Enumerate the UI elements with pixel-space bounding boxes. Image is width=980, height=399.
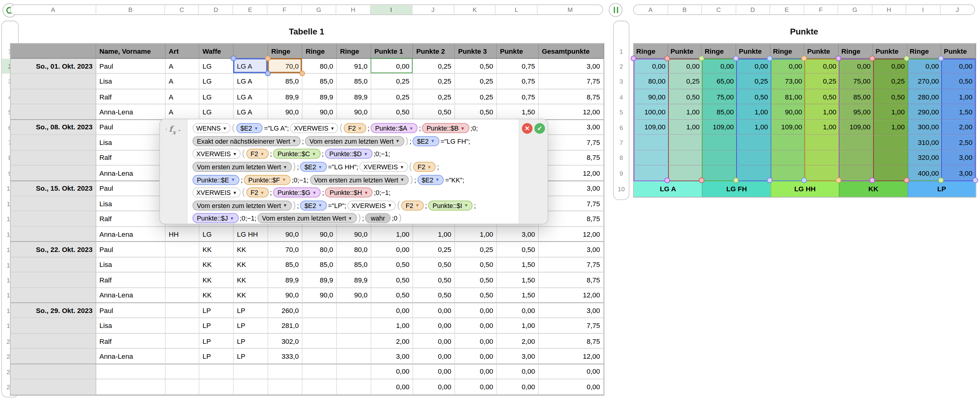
t1-cell-M21[interactable]: 12,00 (539, 349, 604, 364)
t1-cell-I14[interactable]: 0,00 (371, 242, 413, 257)
punkte-row-number-6[interactable]: 6 (614, 120, 629, 135)
reference-token[interactable]: F2▼ (401, 200, 424, 210)
punkte-cell-G6[interactable]: 109,00 (839, 120, 873, 135)
t1-cell-J21[interactable]: 0,00 (413, 349, 455, 364)
t1-cell-F17[interactable]: 90,0 (268, 288, 303, 303)
punkte-row-number-2[interactable]: 2 (614, 59, 629, 74)
t1-cell-C3[interactable]: A (165, 74, 200, 89)
t1-cell-F4[interactable]: 89,9 (268, 89, 303, 105)
t1-cell-E3[interactable]: LG A (234, 74, 268, 89)
t1-cell-K2[interactable]: 0,50 (455, 59, 497, 74)
t1-cell-A14[interactable]: So., 22. Okt. 2023 (11, 242, 96, 257)
column-letter-G[interactable]: G (302, 5, 336, 14)
t1-cell-L16[interactable]: 1,50 (497, 272, 539, 288)
punkte-column-letter-G[interactable]: G (838, 5, 872, 14)
t1-cell-F15[interactable]: 85,0 (268, 257, 303, 272)
t1-cell-F23[interactable] (268, 380, 303, 395)
t1-cell-I5[interactable]: 0,50 (371, 105, 413, 120)
punkte-cell-G3[interactable]: 75,00 (839, 74, 873, 89)
punkte-range-handle-bottom-C[interactable] (733, 178, 738, 183)
punkte-cell-E7[interactable] (770, 135, 805, 150)
t1-cell-C21[interactable] (165, 349, 200, 364)
t1-header-A[interactable] (11, 44, 96, 59)
t1-cell-E14[interactable]: KK (234, 242, 268, 257)
punkte-column-letter-I[interactable]: I (906, 5, 940, 14)
t1-cell-M11[interactable]: 7,75 (539, 196, 604, 211)
t1-header-I[interactable]: Punkte 1 (371, 44, 413, 59)
t1-cell-F18[interactable]: 260,0 (268, 303, 303, 318)
punkte-row-number-7[interactable]: 7 (614, 135, 629, 150)
punkte-cell-I4[interactable]: 280,00 (907, 89, 941, 105)
t1-cell-H5[interactable]: 90,0 (337, 105, 371, 120)
t1-cell-A15[interactable] (11, 257, 96, 272)
t1-cell-A3[interactable] (11, 74, 96, 89)
reference-token[interactable]: Punkte::$C▼ (273, 149, 320, 159)
column-letter-M[interactable]: M (538, 5, 603, 14)
t1-cell-G14[interactable]: 80,0 (302, 242, 337, 257)
t1-cell-M8[interactable]: 8,75 (539, 150, 604, 165)
t1-cell-G5[interactable]: 90,0 (302, 105, 337, 120)
t1-cell-D13[interactable]: LG (199, 227, 234, 242)
t1-cell-E4[interactable]: LG A (234, 89, 268, 105)
punkte-cell-B6[interactable]: 1,00 (668, 120, 702, 135)
t1-cell-G19[interactable] (302, 318, 337, 334)
t1-cell-I16[interactable]: 0,50 (371, 272, 413, 288)
t1-cell-F20[interactable]: 302,0 (268, 334, 303, 349)
t1-cell-C15[interactable] (165, 257, 200, 272)
t1-cell-L4[interactable]: 0,75 (497, 89, 539, 105)
t1-cell-M17[interactable]: 12,00 (539, 288, 604, 303)
t1-cell-B22[interactable] (96, 364, 165, 380)
t1-cell-I19[interactable]: 1,00 (371, 318, 413, 334)
t1-cell-M14[interactable]: 3,00 (539, 242, 604, 257)
t1-cell-I17[interactable]: 0,50 (371, 288, 413, 303)
t1-cell-A4[interactable] (11, 89, 96, 105)
punkte-cell-B7[interactable] (668, 135, 702, 150)
punkte-cell-I7[interactable]: 310,00 (907, 135, 941, 150)
punkte-cell-H9[interactable] (873, 165, 907, 181)
t1-cell-A6[interactable]: So., 08. Okt. 2023 (11, 120, 96, 135)
t1-cell-K3[interactable]: 0,25 (455, 74, 497, 89)
t1-cell-J5[interactable]: 0,50 (413, 105, 455, 120)
punkte-footer-LP[interactable]: LP (907, 181, 975, 197)
option-token[interactable]: Vom ersten zum letzten Wert▼ (310, 175, 409, 185)
t1-cell-A11[interactable] (11, 196, 96, 211)
t1-cell-A12[interactable] (11, 211, 96, 227)
t1-cell-B19[interactable]: Lisa (96, 318, 165, 334)
column-letter-C[interactable]: C (165, 5, 199, 14)
punkte-cell-G2[interactable]: 0,00 (839, 59, 873, 74)
function-token[interactable]: WENNS▼ (192, 123, 231, 133)
t1-cell-B12[interactable]: Ralf (96, 211, 165, 227)
t1-cell-H2[interactable]: 91,0 (337, 59, 371, 74)
t1-cell-D14[interactable]: KK (199, 242, 234, 257)
t1-cell-B23[interactable] (96, 380, 165, 395)
t1-cell-K21[interactable]: 0,00 (455, 349, 497, 364)
t1-cell-D20[interactable]: LP (199, 334, 234, 349)
t1-cell-B17[interactable]: Anna-Lena (96, 288, 165, 303)
t1-cell-L21[interactable]: 3,00 (497, 349, 539, 364)
t1-cell-A8[interactable] (11, 150, 96, 165)
punkte-cell-C7[interactable] (702, 135, 736, 150)
t1-cell-G22[interactable] (302, 364, 337, 380)
t1-cell-E2[interactable]: LG A (234, 59, 268, 74)
t1-cell-A21[interactable] (11, 349, 96, 364)
punkte-header-G[interactable]: Ringe (839, 44, 873, 59)
t1-header-J[interactable]: Punkte 2 (413, 44, 455, 59)
t1-cell-F3[interactable]: 85,0 (268, 74, 303, 89)
t1-cell-D21[interactable]: LP (199, 349, 234, 364)
t1-cell-I23[interactable]: 0,00 (371, 380, 413, 395)
t1-cell-F13[interactable]: 90,0 (268, 227, 303, 242)
t1-cell-A19[interactable] (11, 318, 96, 334)
t1-cell-F14[interactable]: 70,0 (268, 242, 303, 257)
t1-header-L[interactable]: Punkte (497, 44, 539, 59)
punkte-cell-B9[interactable] (668, 165, 702, 181)
column-letter-L[interactable]: L (496, 5, 538, 14)
t1-cell-L19[interactable]: 1,00 (497, 318, 539, 334)
t1-cell-H23[interactable] (337, 380, 371, 395)
t1-cell-E15[interactable]: KK (234, 257, 268, 272)
t1-cell-L17[interactable]: 1,50 (497, 288, 539, 303)
punkte-column-letter-D[interactable]: D (736, 5, 770, 14)
t1-cell-M22[interactable]: 0,00 (539, 364, 604, 380)
t1-cell-L20[interactable]: 2,00 (497, 334, 539, 349)
reference-token[interactable]: Punkte::$B▼ (422, 123, 469, 133)
t1-cell-F5[interactable]: 90,0 (268, 105, 303, 120)
